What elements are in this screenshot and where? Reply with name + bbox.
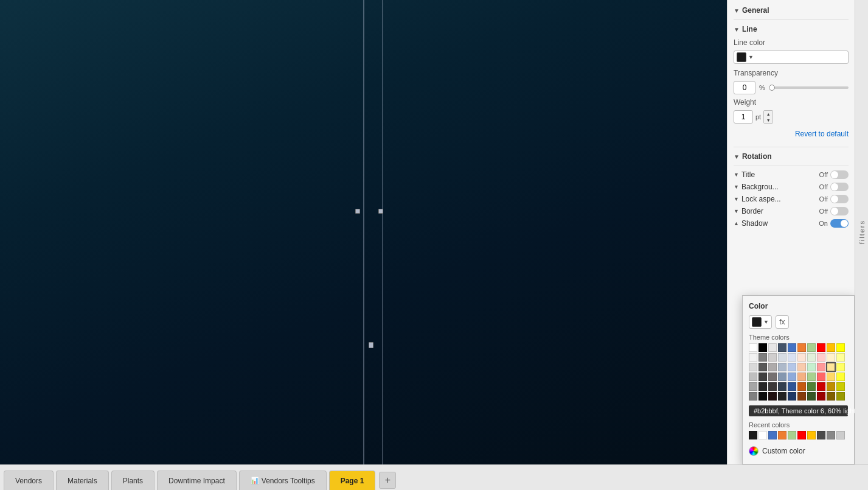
recent-color-1[interactable] (759, 431, 767, 439)
theme-color-cell-5-0[interactable] (749, 392, 757, 401)
theme-color-cell-2-4[interactable] (788, 363, 796, 371)
theme-color-cell-3-0[interactable] (749, 373, 757, 381)
rotation-section-header[interactable]: ▼ Rotation (734, 150, 849, 163)
theme-color-cell-4-8[interactable] (827, 382, 835, 391)
theme-color-cell-1-4[interactable] (788, 353, 796, 362)
theme-color-cell-4-5[interactable] (797, 382, 806, 391)
recent-color-0[interactable] (749, 431, 757, 439)
theme-color-cell-5-7[interactable] (817, 392, 825, 401)
tab-materials[interactable]: Materials (56, 471, 109, 490)
theme-color-cell-3-4[interactable] (788, 373, 796, 381)
fx-button[interactable]: fx (776, 315, 789, 329)
handle-right[interactable] (378, 209, 383, 214)
theme-color-cell-4-3[interactable] (778, 382, 786, 391)
tab-plants[interactable]: Plants (111, 471, 155, 490)
theme-color-cell-4-4[interactable] (788, 382, 796, 391)
tab-vendors-tooltips[interactable]: 📊Vendors Tooltips (239, 471, 327, 490)
filters-tab[interactable]: filters (855, 0, 868, 464)
theme-color-cell-0-2[interactable] (768, 343, 777, 352)
theme-color-cell-3-7[interactable] (817, 373, 825, 381)
theme-color-cell-4-0[interactable] (749, 382, 757, 391)
tab-vendors[interactable]: Vendors (4, 471, 54, 490)
shadow-toggle-control[interactable]: On (819, 219, 849, 228)
theme-color-cell-1-0[interactable] (749, 353, 757, 362)
background-toggle-control[interactable]: Off (819, 183, 849, 191)
recent-color-9[interactable] (836, 431, 845, 439)
theme-color-cell-4-9[interactable] (836, 382, 845, 391)
recent-color-2[interactable] (768, 431, 777, 439)
theme-color-cell-2-3[interactable] (778, 363, 786, 371)
theme-color-cell-3-5[interactable] (797, 373, 806, 381)
theme-color-cell-3-3[interactable] (778, 373, 786, 381)
tab-downtime-impact[interactable]: Downtime Impact (157, 471, 237, 490)
theme-color-cell-4-7[interactable] (817, 382, 825, 391)
transparency-slider[interactable] (769, 86, 849, 89)
theme-color-cell-4-6[interactable] (807, 382, 816, 391)
theme-color-cell-5-2[interactable] (768, 392, 777, 401)
theme-color-cell-0-6[interactable] (807, 343, 816, 352)
shadow-toggle-track[interactable] (830, 219, 849, 228)
theme-color-cell-2-9[interactable] (836, 363, 845, 371)
theme-color-cell-1-2[interactable] (768, 353, 777, 362)
theme-color-cell-3-6[interactable] (807, 373, 816, 381)
theme-color-cell-0-3[interactable] (778, 343, 786, 352)
theme-color-cell-1-5[interactable] (797, 353, 806, 362)
line-color-button[interactable]: ▼ (734, 51, 849, 64)
recent-color-3[interactable] (778, 431, 786, 439)
theme-color-cell-3-8[interactable] (827, 373, 835, 381)
revert-link[interactable]: Revert to default (734, 127, 849, 141)
border-toggle-track[interactable] (830, 207, 849, 215)
weight-spinner[interactable]: ▲ ▼ (763, 110, 773, 124)
theme-color-cell-1-9[interactable] (836, 353, 845, 362)
recent-color-6[interactable] (807, 431, 816, 439)
popup-color-button[interactable]: ▼ (749, 315, 772, 329)
general-section-header[interactable]: ▼ General (734, 4, 849, 17)
theme-color-cell-2-7[interactable] (817, 363, 825, 371)
background-toggle-track[interactable] (830, 183, 849, 191)
theme-color-cell-3-2[interactable] (768, 373, 777, 381)
theme-color-cell-2-2[interactable] (768, 363, 777, 371)
theme-color-cell-5-9[interactable] (836, 392, 845, 401)
title-toggle-track[interactable] (830, 170, 849, 179)
theme-color-cell-0-5[interactable] (797, 343, 806, 352)
title-toggle-control[interactable]: Off (819, 170, 849, 179)
recent-color-4[interactable] (788, 431, 796, 439)
theme-color-cell-5-8[interactable] (827, 392, 835, 401)
theme-color-cell-4-1[interactable] (759, 382, 767, 391)
theme-color-cell-2-8[interactable] (827, 363, 835, 371)
theme-color-cell-0-1[interactable] (759, 343, 767, 352)
border-toggle-control[interactable]: Off (819, 207, 849, 215)
line-section-header[interactable]: ▼ Line (734, 23, 849, 36)
theme-color-cell-5-3[interactable] (778, 392, 786, 401)
theme-color-cell-5-1[interactable] (759, 392, 767, 401)
theme-color-cell-5-6[interactable] (807, 392, 816, 401)
weight-input[interactable] (734, 110, 753, 124)
theme-color-cell-0-0[interactable] (749, 343, 757, 352)
theme-color-cell-4-2[interactable] (768, 382, 777, 391)
theme-color-cell-1-1[interactable] (759, 353, 767, 362)
tab-page-1[interactable]: Page 1 (329, 471, 376, 490)
recent-color-5[interactable] (797, 431, 806, 439)
theme-color-cell-5-4[interactable] (788, 392, 796, 401)
theme-color-cell-0-8[interactable] (827, 343, 835, 352)
add-tab-button[interactable]: + (379, 472, 396, 489)
recent-color-8[interactable] (827, 431, 835, 439)
theme-color-cell-0-7[interactable] (817, 343, 825, 352)
theme-color-cell-3-9[interactable] (836, 373, 845, 381)
handle-left[interactable] (355, 209, 360, 214)
handle-bottom[interactable] (369, 342, 373, 348)
theme-color-cell-2-1[interactable] (759, 363, 767, 371)
theme-color-cell-1-8[interactable] (827, 353, 835, 362)
theme-color-cell-5-5[interactable] (797, 392, 806, 401)
lock-aspect-toggle-control[interactable]: Off (819, 195, 849, 203)
weight-up-btn[interactable]: ▲ (764, 111, 773, 117)
recent-color-7[interactable] (817, 431, 825, 439)
theme-color-cell-0-4[interactable] (788, 343, 796, 352)
theme-color-cell-1-6[interactable] (807, 353, 816, 362)
lock-aspect-toggle-track[interactable] (830, 195, 849, 203)
weight-down-btn[interactable]: ▼ (764, 117, 773, 123)
theme-color-cell-1-7[interactable] (817, 353, 825, 362)
theme-color-cell-0-9[interactable] (836, 343, 845, 352)
transparency-input[interactable] (734, 81, 755, 94)
theme-color-cell-3-1[interactable] (759, 373, 767, 381)
